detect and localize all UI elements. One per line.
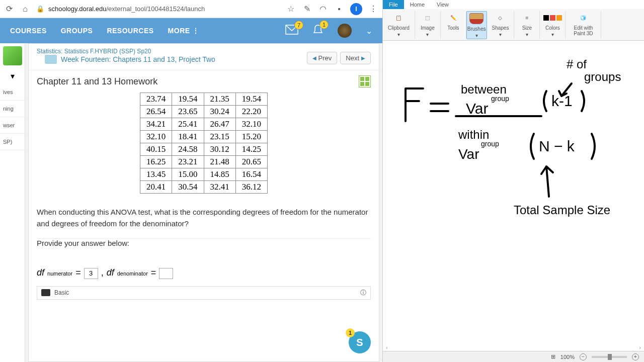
scroll-left-icon[interactable]: ‹: [386, 344, 388, 350]
menu-icon[interactable]: ⋮: [368, 4, 378, 14]
mail-icon[interactable]: 7: [285, 25, 298, 37]
paint-canvas[interactable]: between group Var within group Var # of …: [383, 41, 644, 344]
table-cell: 20.65: [235, 156, 267, 168]
url-bar[interactable]: 🔒 schoology.doral.edu/external_tool/1004…: [36, 5, 280, 13]
notification-icon[interactable]: 1: [312, 24, 324, 37]
table-cell: 21.35: [204, 93, 235, 106]
svg-text:between: between: [461, 82, 507, 96]
ribbon-shapes[interactable]: ◇Shapes▾: [487, 11, 515, 39]
keyboard-toolbar[interactable]: Basic ⓘ: [37, 286, 371, 300]
df-denominator-input[interactable]: [159, 268, 173, 279]
table-cell: 34.21: [140, 118, 172, 131]
table-cell: 14.25: [235, 143, 267, 156]
svg-text:group: group: [481, 140, 499, 148]
size-icon: ≡: [519, 11, 534, 24]
zoom-level: 100%: [560, 354, 575, 360]
sidebar-item[interactable]: SP): [0, 134, 25, 150]
chevron-down-icon[interactable]: ⌄: [366, 26, 372, 36]
ribbon-colors[interactable]: Colors▾: [540, 11, 566, 39]
table-cell: 26.47: [204, 118, 235, 131]
zoom-slider[interactable]: [592, 356, 627, 358]
table-cell: 26.54: [140, 106, 172, 118]
breadcrumb-course[interactable]: Statistics: Statistics F.HYBRID (SSP) Sp…: [37, 48, 151, 55]
nav-groups[interactable]: GROUPS: [61, 27, 93, 35]
mail-badge: 7: [294, 21, 303, 30]
browser-toolbar: ⟳ ⌂ 🔒 schoology.doral.edu/external_tool/…: [0, 0, 382, 18]
table-cell: 19.54: [172, 93, 204, 106]
table-cell: 18.41: [172, 131, 204, 143]
table-cell: 16.54: [235, 168, 267, 181]
ribbon-brushes[interactable]: Brushes▾: [466, 11, 487, 39]
table-cell: 32.10: [235, 118, 267, 131]
svg-text:Total  Sample  Size: Total Sample Size: [514, 203, 610, 217]
ribbon-paint3d[interactable]: 🧊Edit with Paint 3D: [566, 11, 601, 39]
ribbon-clipboard[interactable]: 📋Clipboard▾: [383, 11, 415, 39]
fullscreen-icon[interactable]: [359, 75, 371, 87]
table-cell: 15.00: [172, 168, 204, 181]
eyedropper-icon[interactable]: ✎: [302, 4, 312, 14]
table-cell: 32.10: [140, 131, 172, 143]
table-cell: 20.41: [140, 181, 172, 194]
prev-button[interactable]: ◀Prev: [307, 52, 338, 64]
sidebar-dropdown-icon[interactable]: ▾: [0, 68, 25, 84]
extension-icon[interactable]: ▪: [334, 4, 344, 14]
keyboard-icon: [41, 289, 50, 296]
df-numerator-input[interactable]: [84, 268, 98, 279]
next-button[interactable]: Next▶: [340, 52, 371, 64]
tab-view[interactable]: View: [431, 0, 455, 9]
chat-badge: 1: [346, 328, 355, 337]
brush-icon: [469, 13, 484, 24]
folder-icon: [45, 55, 57, 64]
pencil-icon: ✏️: [446, 11, 461, 24]
table-cell: 23.74: [140, 93, 172, 106]
tab-home[interactable]: Home: [404, 0, 431, 9]
shapes-icon: ◇: [493, 11, 508, 24]
breadcrumb-folder[interactable]: Week Fourteen: Chapters 11 and 13, Proje…: [61, 55, 215, 63]
url-path: /external_tool/1004481524/launch: [106, 5, 205, 13]
table-cell: 36.12: [235, 181, 267, 194]
chat-button[interactable]: 1 S: [349, 331, 371, 353]
table-cell: 30.54: [172, 181, 204, 194]
ribbon-size[interactable]: ≡Size▾: [514, 11, 540, 39]
zoom-in-button[interactable]: +: [632, 353, 639, 360]
ribbon-tools[interactable]: ✏️Tools: [441, 11, 466, 39]
table-cell: 19.54: [235, 93, 267, 106]
table-cell: 30.12: [204, 143, 235, 156]
paint3d-icon: 🧊: [576, 11, 591, 24]
paint-statusbar: ⊞ 100% − +: [383, 351, 644, 362]
schoology-nav: COURSES GROUPS RESOURCES MORE ⋮ 7 1 ⌄: [0, 18, 382, 43]
svg-text:k-1: k-1: [551, 93, 573, 109]
image-select-icon: ⬚: [420, 11, 435, 24]
svg-text:N − k: N − k: [539, 138, 575, 154]
user-avatar[interactable]: [338, 24, 352, 38]
answer-formula: dfnumerator = , dfdenominator =: [37, 267, 371, 279]
sidebar-item[interactable]: ning: [0, 101, 25, 117]
home-icon[interactable]: ⌂: [20, 4, 30, 14]
sidebar-item[interactable]: wser: [0, 117, 25, 134]
zoom-out-button[interactable]: −: [580, 353, 587, 360]
table-cell: 21.48: [204, 156, 235, 168]
nav-more[interactable]: MORE ⋮: [168, 27, 200, 35]
table-cell: 14.85: [204, 168, 235, 181]
table-cell: 32.41: [204, 181, 235, 194]
cast-icon[interactable]: ◠: [318, 4, 328, 14]
sidebar-item[interactable]: ives: [0, 84, 25, 101]
table-cell: 15.20: [235, 131, 267, 143]
paint-tabs: File Home View: [383, 0, 644, 9]
table-cell: 24.58: [172, 143, 204, 156]
nav-courses[interactable]: COURSES: [10, 27, 47, 35]
svg-text:groups: groups: [584, 70, 621, 83]
reload-icon[interactable]: ⟳: [4, 4, 14, 14]
notif-badge: 1: [319, 20, 329, 29]
answer-prompt: Provide your answer below:: [37, 239, 371, 247]
svg-text:group: group: [491, 95, 509, 103]
paint-ribbon: 📋Clipboard▾ ⬚Image▾ ✏️Tools Brushes▾ ◇Sh…: [383, 9, 644, 41]
nav-resources[interactable]: RESOURCES: [107, 27, 153, 35]
ribbon-image[interactable]: ⬚Image▾: [415, 11, 441, 39]
info-icon[interactable]: ⓘ: [360, 289, 366, 297]
scroll-right-icon[interactable]: ›: [639, 344, 641, 350]
profile-avatar[interactable]: I: [350, 3, 362, 15]
star-icon[interactable]: ☆: [286, 4, 296, 14]
tab-file[interactable]: File: [383, 0, 404, 9]
course-icon[interactable]: [3, 46, 22, 65]
